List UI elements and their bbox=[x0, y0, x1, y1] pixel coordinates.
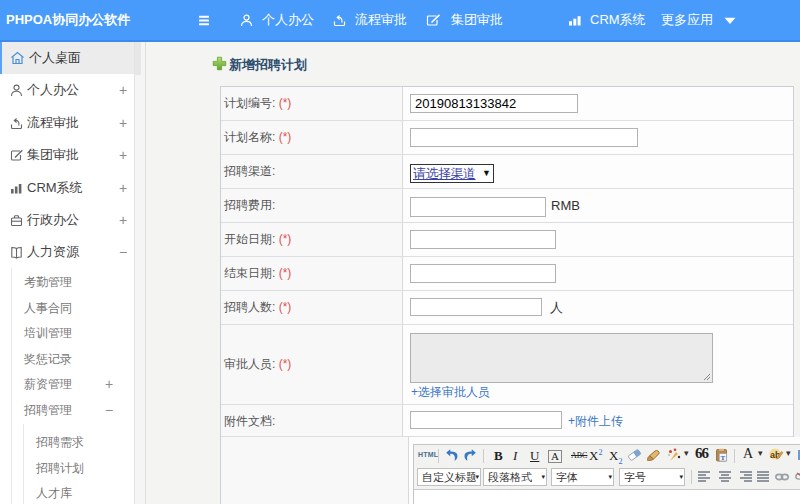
svg-text:T: T bbox=[721, 454, 726, 462]
